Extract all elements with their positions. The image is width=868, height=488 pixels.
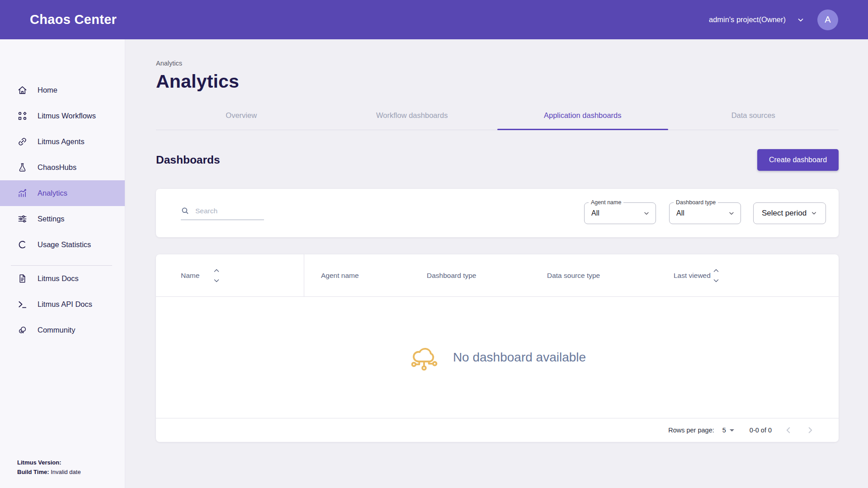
sidebar-item-litmus-api-docs[interactable]: Litmus API Docs: [0, 291, 125, 317]
sort-ascending-icon: [214, 269, 219, 272]
sidebar-item-label: Community: [38, 326, 75, 334]
sidebar-item-litmus-docs[interactable]: Litmus Docs: [0, 266, 125, 291]
top-bar-right: admin's project(Owner) A: [709, 9, 838, 30]
chaoshubs-icon: [17, 162, 28, 173]
table-pagination: Rows per page: 5 0-0 of 0: [156, 418, 839, 442]
tab-workflow-dashboards[interactable]: Workflow dashboards: [327, 104, 498, 130]
sidebar-item-label: Settings: [38, 215, 65, 223]
sidebar-item-usage-statistics[interactable]: Usage Statistics: [0, 232, 125, 258]
agents-icon: [17, 136, 28, 147]
previous-page-button[interactable]: [783, 425, 793, 435]
api-docs-icon: [17, 299, 28, 310]
search-input[interactable]: [194, 206, 264, 216]
rows-per-page-label: Rows per page:: [668, 427, 714, 434]
sidebar-item-label: Home: [38, 86, 57, 94]
settings-icon: [17, 214, 28, 224]
column-header-agent-name: Agent name: [321, 272, 359, 280]
version-info: Litmus Version: Build Time: Invalid date: [17, 458, 81, 477]
section-title: Dashboards: [156, 154, 220, 166]
agent-name-select-label: Agent name: [589, 199, 623, 206]
sidebar-item-litmus-agents[interactable]: Litmus Agents: [0, 129, 125, 155]
sidebar-item-litmus-workflows[interactable]: Litmus Workflows: [0, 103, 125, 129]
dashboard-type-select[interactable]: Dashboard type All: [669, 202, 741, 224]
column-header-name[interactable]: Name: [181, 272, 199, 280]
breadcrumb[interactable]: Analytics: [156, 60, 839, 67]
next-page-button[interactable]: [805, 425, 815, 435]
sidebar-item-label: Analytics: [38, 189, 67, 197]
home-icon: [17, 85, 28, 95]
chevron-down-icon[interactable]: [797, 16, 805, 24]
main-content: Analytics Analytics Overview Workflow da…: [125, 39, 868, 488]
tab-overview[interactable]: Overview: [156, 104, 327, 130]
community-icon: [17, 325, 28, 335]
sidebar-item-label: Usage Statistics: [38, 240, 91, 249]
tab-bar: Overview Workflow dashboards Application…: [156, 104, 839, 130]
section-header: Dashboards Create dashboard: [156, 149, 839, 171]
chevron-left-icon: [783, 425, 793, 435]
sidebar-item-settings[interactable]: Settings: [0, 206, 125, 232]
workflows-icon: [17, 111, 28, 121]
cloud-network-icon: [409, 342, 439, 373]
sidebar-item-community[interactable]: Community: [0, 317, 125, 343]
tab-data-sources[interactable]: Data sources: [668, 104, 839, 130]
select-period-label: Select period: [762, 209, 807, 218]
rows-per-page-select[interactable]: 5: [722, 427, 734, 434]
search-box: [181, 206, 264, 220]
docs-icon: [17, 273, 28, 284]
build-time-label: Build Time:: [17, 469, 49, 475]
sidebar: Home Litmus Workflows Litmus Agents Chao…: [0, 39, 125, 488]
analytics-icon: [17, 188, 28, 198]
create-dashboard-button[interactable]: Create dashboard: [757, 149, 839, 171]
search-icon: [181, 206, 189, 215]
app-title: Chaos Center: [30, 12, 117, 27]
sidebar-item-label: ChaosHubs: [38, 163, 76, 172]
pagination-range: 0-0 of 0: [750, 427, 772, 434]
sidebar-item-label: Litmus Docs: [38, 274, 79, 283]
sidebar-item-analytics[interactable]: Analytics: [0, 180, 125, 206]
table-empty-state: No dashboard available: [156, 297, 839, 418]
column-header-last-viewed[interactable]: Last viewed: [674, 272, 711, 280]
sidebar-item-chaoshubs[interactable]: ChaosHubs: [0, 155, 125, 180]
sort-name-control[interactable]: [214, 269, 219, 282]
dashboard-type-select-value: All: [670, 209, 684, 217]
agent-name-select-value: All: [585, 209, 599, 217]
sidebar-item-label: Litmus API Docs: [38, 300, 92, 309]
chevron-down-icon: [811, 210, 817, 216]
dashboards-table: Name Agent name Dashboard type Data sour…: [156, 254, 839, 442]
sort-last-viewed-control[interactable]: [713, 269, 719, 282]
sidebar-item-home[interactable]: Home: [0, 77, 125, 103]
usage-statistics-icon: [17, 239, 28, 250]
chevron-down-icon: [728, 210, 735, 217]
agent-name-select[interactable]: Agent name All: [584, 202, 656, 224]
table-header-row: Name Agent name Dashboard type Data sour…: [156, 254, 839, 297]
rows-per-page-value: 5: [722, 427, 726, 434]
column-header-dashboard-type: Dashboard type: [427, 272, 476, 280]
select-period-button[interactable]: Select period: [753, 202, 826, 224]
chevron-down-icon: [643, 210, 650, 217]
chevron-right-icon: [805, 425, 815, 435]
top-bar: Chaos Center admin's project(Owner) A: [0, 0, 868, 39]
sidebar-item-label: Litmus Agents: [38, 137, 85, 146]
dashboard-type-select-label: Dashboard type: [674, 199, 718, 206]
sort-ascending-icon: [713, 269, 719, 272]
project-selector-label[interactable]: admin's project(Owner): [709, 15, 786, 24]
avatar[interactable]: A: [817, 9, 838, 30]
column-divider: [304, 254, 304, 296]
empty-message: No dashboard available: [453, 350, 586, 365]
column-header-data-source-type: Data source type: [547, 272, 600, 280]
litmus-version-label: Litmus Version:: [17, 459, 61, 466]
filter-card: Agent name All Dashboard type All Select…: [156, 189, 839, 237]
caret-down-icon: [730, 429, 734, 432]
page-title: Analytics: [156, 71, 839, 92]
sort-descending-icon: [214, 279, 219, 282]
build-time-value: Invalid date: [51, 469, 81, 475]
sort-descending-icon: [713, 279, 719, 282]
sidebar-item-label: Litmus Workflows: [38, 112, 96, 120]
tab-application-dashboards[interactable]: Application dashboards: [497, 104, 668, 130]
